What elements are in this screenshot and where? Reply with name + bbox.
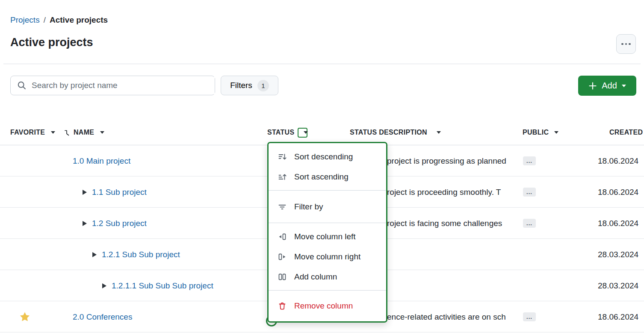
project-link[interactable]: 2.0 Conferences [73, 312, 132, 322]
created-cell: 18.06.2024 [598, 145, 638, 176]
column-header-status: STATUS [267, 120, 307, 145]
created-cell: 18.06.2024 [598, 176, 638, 208]
menu-item-add-column[interactable]: Add column [269, 267, 386, 287]
page-title: Active projects [10, 36, 93, 49]
column-header-status-description[interactable]: STATUS DESCRIPTION [350, 120, 441, 145]
more-actions-icon [621, 43, 623, 45]
table-header-row: FAVORITE NAME STATUS STATUS DESCRIPTION … [0, 120, 644, 145]
created-cell: 18.06.2024 [598, 301, 638, 332]
status-description-text: roject is proceeding smoothly. T [387, 188, 519, 197]
chevron-down-icon [304, 131, 308, 134]
filters-button[interactable]: Filters 1 [221, 76, 278, 95]
column-header-public[interactable]: PUBLIC [523, 120, 558, 145]
name-cell: 1.2.1.1 Sub Sub Sub project [65, 270, 213, 301]
status-column-menu-trigger[interactable] [298, 128, 307, 138]
menu-item-sort-descending[interactable]: Sort descending [269, 147, 386, 167]
sort-indicator-icon [64, 129, 70, 136]
move-column-left-icon [278, 232, 287, 241]
status-description-text: project is progressing as planned [387, 156, 519, 166]
project-link[interactable]: 1.0 Main project [73, 156, 130, 166]
remove-column-icon [278, 301, 287, 311]
chevron-down-icon [622, 85, 626, 87]
sort-ascending-icon [278, 172, 287, 182]
chevron-down-icon [554, 131, 558, 134]
expand-description-button[interactable]: ... [523, 312, 536, 321]
project-link[interactable]: 1.1 Sub project [92, 188, 147, 197]
filters-count-badge: 1 [257, 80, 269, 91]
name-cell: 1.1 Sub project [65, 176, 147, 208]
sort-descending-icon [278, 152, 287, 162]
search-icon [17, 81, 27, 90]
menu-item-sort-ascending[interactable]: Sort ascending [269, 167, 386, 187]
expand-description-button[interactable]: ... [523, 156, 536, 165]
breadcrumb-projects-link[interactable]: Projects [10, 15, 40, 25]
expand-row-icon[interactable] [83, 221, 87, 226]
filter-icon [278, 202, 287, 212]
add-button-label: Add [602, 81, 617, 91]
expand-description-button[interactable]: ... [523, 219, 536, 228]
status-description-text: ence-related activities are on sch [387, 312, 519, 322]
column-header-name[interactable]: NAME [64, 120, 104, 145]
status-description-text: roject is facing some challenges [387, 219, 519, 228]
search-box [10, 76, 215, 95]
status-description-cell: ence-related activities are on sch ... [387, 301, 536, 332]
menu-item-move-column-right[interactable]: Move column right [269, 247, 386, 267]
menu-item-filter-by[interactable]: Filter by [269, 197, 386, 217]
status-description-cell: roject is facing some challenges ... [387, 208, 536, 239]
breadcrumb-separator: / [44, 15, 46, 25]
expand-row-icon[interactable] [92, 252, 97, 257]
favorite-cell [10, 301, 62, 332]
name-cell: 1.2.1 Sub Sub project [65, 239, 180, 270]
add-column-icon [278, 272, 287, 282]
created-cell: 18.06.2024 [598, 208, 638, 239]
expand-row-icon[interactable] [83, 190, 87, 195]
menu-item-remove-column[interactable]: Remove column [269, 296, 386, 316]
header-divider [3, 64, 641, 64]
search-input[interactable] [32, 77, 215, 94]
add-button[interactable]: Add [578, 76, 636, 96]
column-header-created[interactable]: CREATED [609, 120, 643, 145]
chevron-down-icon [437, 131, 441, 134]
name-cell: 1.0 Main project [65, 145, 130, 176]
breadcrumb-current: Active projects [50, 15, 108, 25]
filters-label: Filters [230, 81, 252, 90]
expand-description-button[interactable]: ... [523, 188, 536, 197]
created-cell: 28.03.2024 [598, 270, 638, 301]
status-description-cell: roject is proceeding smoothly. T ... [387, 176, 536, 208]
project-link[interactable]: 1.2.1 Sub Sub project [102, 250, 180, 259]
chevron-down-icon [100, 131, 104, 134]
created-cell: 28.03.2024 [598, 239, 638, 270]
name-cell: 2.0 Conferences [65, 301, 132, 332]
column-header-favorite[interactable]: FAVORITE [10, 120, 55, 145]
project-link[interactable]: 1.2.1.1 Sub Sub Sub project [112, 281, 213, 291]
chevron-down-icon [51, 131, 55, 134]
more-actions-button[interactable] [616, 34, 636, 54]
move-column-right-icon [278, 252, 287, 262]
add-icon [588, 82, 597, 90]
status-column-menu: Sort descending Sort ascending Filter by… [267, 142, 387, 323]
menu-item-move-column-left[interactable]: Move column left [269, 226, 386, 247]
expand-row-icon[interactable] [102, 283, 106, 288]
status-description-cell: project is progressing as planned ... [387, 145, 536, 176]
breadcrumb: Projects / Active projects [10, 15, 108, 25]
favorite-star-icon[interactable] [19, 311, 31, 323]
name-cell: 1.2 Sub project [65, 208, 147, 239]
project-link[interactable]: 1.2 Sub project [92, 219, 147, 228]
